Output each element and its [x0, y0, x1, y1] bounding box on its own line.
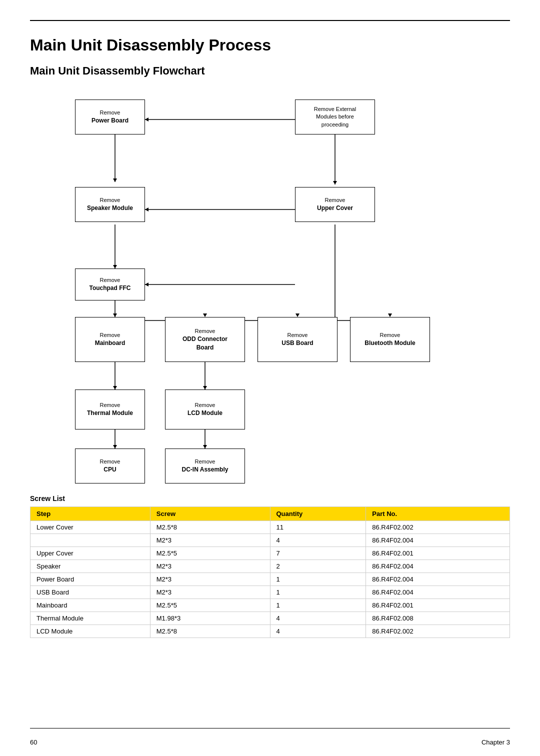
- box-speaker-module: Remove Speaker Module: [75, 187, 145, 222]
- table-row: Power BoardM2*3186.R4F02.004: [30, 573, 510, 586]
- cell-part_no: 86.R4F02.001: [366, 599, 510, 612]
- svg-marker-19: [296, 314, 300, 317]
- cell-part_no: 86.R4F02.004: [366, 534, 510, 547]
- col-screw: Screw: [150, 507, 270, 521]
- mb-label: Mainboard: [80, 339, 140, 348]
- cell-screw: M2*3: [150, 534, 270, 547]
- tm-label: Thermal Module: [80, 409, 140, 418]
- cell-quantity: 4: [270, 612, 366, 625]
- box-upper-cover: Remove Upper Cover: [295, 187, 375, 222]
- tf-pre: Remove: [80, 276, 140, 284]
- cell-screw: M2*3: [150, 586, 270, 599]
- svg-marker-1: [145, 118, 148, 122]
- cell-screw: M1.98*3: [150, 612, 270, 625]
- tm-pre: Remove: [80, 402, 140, 409]
- pb-pre: Remove: [80, 109, 140, 116]
- cpu-pre: Remove: [80, 458, 140, 466]
- sm-label: Speaker Module: [80, 204, 140, 212]
- svg-marker-29: [203, 445, 207, 448]
- usb-pre: Remove: [263, 332, 332, 339]
- svg-marker-14: [113, 314, 117, 317]
- sm-pre: Remove: [80, 196, 140, 204]
- lcd-label: LCD Module: [170, 409, 240, 418]
- cell-quantity: 4: [270, 534, 366, 547]
- cell-screw: M2.5*5: [150, 547, 270, 560]
- dcin-pre: Remove: [170, 458, 240, 466]
- odd-label2: Board: [170, 344, 240, 352]
- chapter-label: Chapter 3: [482, 738, 510, 746]
- svg-marker-25: [203, 386, 207, 390]
- cell-screw: M2.5*8: [150, 521, 270, 534]
- pb-label: Power Board: [80, 116, 140, 125]
- cell-step: USB Board: [30, 586, 150, 599]
- cell-quantity: 11: [270, 521, 366, 534]
- cell-screw: M2.5*5: [150, 599, 270, 612]
- svg-marker-9: [113, 265, 117, 268]
- cell-step: [30, 534, 150, 547]
- page-title: Main Unit Disassembly Process: [30, 36, 510, 54]
- box-mainboard: Remove Mainboard: [75, 317, 145, 362]
- cell-part_no: 86.R4F02.004: [366, 586, 510, 599]
- box-thermal-module: Remove Thermal Module: [75, 390, 145, 430]
- cell-quantity: 1: [270, 586, 366, 599]
- ext-label1: Remove External: [300, 106, 370, 113]
- col-partno: Part No.: [366, 507, 510, 521]
- col-quantity: Quantity: [270, 507, 366, 521]
- box-bluetooth: Remove Bluetooth Module: [350, 317, 430, 362]
- uc-pre: Remove: [300, 196, 370, 204]
- bt-label: Bluetooth Module: [356, 339, 424, 348]
- box-lcd-module: Remove LCD Module: [165, 390, 245, 430]
- svg-marker-23: [113, 386, 117, 390]
- cell-step: Lower Cover: [30, 521, 150, 534]
- box-external-modules: Remove External Modules before proceedin…: [295, 100, 375, 134]
- screw-table: Step Screw Quantity Part No. Lower Cover…: [30, 506, 510, 638]
- cell-quantity: 1: [270, 573, 366, 586]
- svg-marker-27: [113, 445, 117, 448]
- svg-marker-7: [145, 208, 148, 212]
- table-row: LCD ModuleM2.5*8486.R4F02.002: [30, 625, 510, 638]
- table-row: MainboardM2.5*5186.R4F02.001: [30, 599, 510, 612]
- box-usb-board: Remove USB Board: [258, 317, 338, 362]
- table-row: Lower CoverM2.5*81186.R4F02.002: [30, 521, 510, 534]
- svg-marker-5: [113, 178, 117, 182]
- cell-step: Upper Cover: [30, 547, 150, 560]
- table-row: USB BoardM2*3186.R4F02.004: [30, 586, 510, 599]
- cell-screw: M2*3: [150, 573, 270, 586]
- cell-quantity: 1: [270, 599, 366, 612]
- col-step: Step: [30, 507, 150, 521]
- cell-part_no: 86.R4F02.002: [366, 521, 510, 534]
- screw-list-title: Screw List: [30, 494, 510, 502]
- cell-screw: M2*3: [150, 560, 270, 573]
- cell-quantity: 2: [270, 560, 366, 573]
- tf-label: Touchpad FFC: [80, 284, 140, 292]
- section-subtitle: Main Unit Disassembly Flowchart: [30, 64, 510, 78]
- box-power-board: Remove Power Board: [75, 100, 145, 134]
- cell-step: Mainboard: [30, 599, 150, 612]
- lcd-pre: Remove: [170, 402, 240, 409]
- odd-pre: Remove: [170, 328, 240, 335]
- usb-label: USB Board: [263, 339, 332, 348]
- cell-quantity: 4: [270, 625, 366, 638]
- cell-quantity: 7: [270, 547, 366, 560]
- box-odd-connector: Remove ODD Connector Board: [165, 317, 245, 362]
- cpu-label: CPU: [80, 466, 140, 474]
- box-touchpad-ffc: Remove Touchpad FFC: [75, 268, 145, 300]
- cell-step: LCD Module: [30, 625, 150, 638]
- table-row: Thermal ModuleM1.98*3486.R4F02.008: [30, 612, 510, 625]
- box-dc-in: Remove DC-IN Assembly: [165, 448, 245, 484]
- cell-part_no: 86.R4F02.002: [366, 625, 510, 638]
- cell-part_no: 86.R4F02.004: [366, 560, 510, 573]
- table-row: M2*3486.R4F02.004: [30, 534, 510, 547]
- uc-label: Upper Cover: [300, 204, 370, 212]
- dcin-label: DC-IN Assembly: [170, 466, 240, 474]
- odd-label1: ODD Connector: [170, 335, 240, 344]
- bt-pre: Remove: [356, 332, 424, 339]
- mb-pre: Remove: [80, 332, 140, 339]
- svg-marker-3: [333, 181, 337, 184]
- box-cpu: Remove CPU: [75, 448, 145, 484]
- cell-step: Speaker: [30, 560, 150, 573]
- cell-step: Thermal Module: [30, 612, 150, 625]
- svg-marker-17: [203, 314, 207, 317]
- cell-part_no: 86.R4F02.004: [366, 573, 510, 586]
- cell-part_no: 86.R4F02.001: [366, 547, 510, 560]
